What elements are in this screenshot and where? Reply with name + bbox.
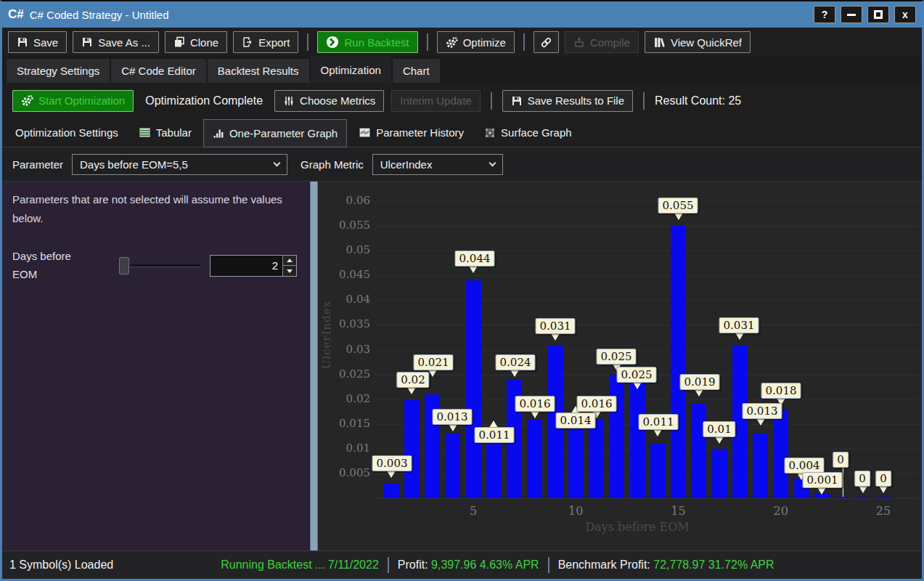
callout-pointer — [735, 333, 744, 340]
parameter-label: Parameter — [12, 158, 63, 171]
subtab-one-parameter-graph[interactable]: One-Parameter Graph — [203, 119, 347, 147]
surface-grid-icon — [484, 127, 496, 139]
spinner-up-button[interactable] — [283, 256, 296, 266]
gridline — [376, 325, 919, 325]
compile-icon — [573, 36, 585, 48]
callout-pointer — [551, 333, 560, 341]
minimize-button[interactable] — [841, 6, 862, 23]
data-label-callout: 0.031 — [536, 318, 576, 334]
data-label-callout: 0.031 — [719, 317, 759, 333]
export-button[interactable]: Export — [233, 31, 298, 53]
maximize-button[interactable] — [867, 6, 889, 23]
data-label-callout: 0.025 — [597, 349, 637, 365]
bar — [855, 497, 870, 498]
toolbar-separator — [523, 33, 525, 51]
y-axis-tick-label: 0.045 — [328, 268, 370, 281]
bar — [671, 226, 686, 498]
parameter-dropdown[interactable]: Days before EOM=5,5 — [72, 154, 287, 175]
bar — [527, 419, 542, 498]
parameter-slider[interactable] — [119, 256, 200, 275]
spinner — [282, 256, 296, 276]
y-axis-tick-label: 0.025 — [328, 367, 370, 381]
start-optimization-button[interactable]: Start Optimization — [12, 90, 134, 112]
graph-metric-label: Graph Metric — [300, 158, 364, 171]
save-results-button[interactable]: Save Results to File — [502, 90, 633, 112]
subtab-tabular[interactable]: Tabular — [130, 121, 200, 145]
choose-metrics-button[interactable]: Choose Metrics — [274, 90, 384, 112]
tab-chart[interactable]: Chart — [393, 59, 440, 83]
save-as-button[interactable]: Save As ... — [73, 31, 159, 53]
parameter-value-input[interactable]: 2 — [210, 255, 297, 277]
tab-optimization[interactable]: Optimization — [311, 57, 391, 83]
gridline — [376, 350, 919, 351]
bar — [404, 399, 420, 498]
minimize-icon — [847, 14, 856, 16]
close-button[interactable]: x — [894, 6, 916, 23]
data-label-callout: 0.011 — [475, 427, 515, 443]
status-separator — [388, 557, 389, 573]
data-label-callout: 0.014 — [556, 413, 596, 428]
panel-splitter[interactable] — [310, 182, 318, 550]
data-label-callout: 0.011 — [639, 414, 679, 430]
app-window: C# C# Coded Strategy - Untitled ? x Save… — [0, 0, 924, 581]
y-axis-tick-label: 0.005 — [328, 466, 370, 479]
data-label-callout: 0.025 — [617, 367, 657, 383]
toolbar-separator — [307, 33, 308, 51]
data-label-callout: 0.016 — [577, 396, 617, 412]
run-backtest-button[interactable]: Run Backtest — [317, 31, 417, 53]
x-axis-tick-label: 20 — [774, 504, 788, 518]
parameter-value: 2 — [210, 256, 282, 276]
optimize-button[interactable]: Optimize — [437, 31, 515, 53]
tab-code-editor[interactable]: C# Code Editor — [111, 59, 206, 83]
compile-button: Compile — [565, 31, 639, 53]
link-button[interactable] — [533, 31, 559, 53]
data-label-callout: 0.019 — [680, 374, 720, 390]
export-icon — [242, 36, 253, 48]
status-separator — [548, 557, 549, 573]
data-label-callout: 0.024 — [496, 354, 536, 370]
arrow-down-icon — [287, 269, 293, 273]
save-as-icon — [81, 36, 93, 48]
data-label-callout: 0.02 — [396, 372, 429, 388]
status-bar: 1 Symbol(s) Loaded Running Backtest ... … — [2, 550, 922, 579]
save-icon — [511, 95, 523, 107]
gears-icon — [446, 36, 458, 49]
data-label-callout: 0.01 — [703, 421, 735, 437]
subtab-parameter-history[interactable]: Parameter History — [350, 121, 473, 145]
slider-thumb[interactable] — [119, 257, 129, 275]
callout-pointer — [653, 429, 662, 436]
clone-button[interactable]: Clone — [165, 31, 227, 53]
optimization-toolbar: Start Optimization Optimization Complete… — [2, 83, 922, 118]
y-axis-tick-label: 0.055 — [328, 219, 370, 232]
data-label-callout: 0.018 — [761, 383, 801, 399]
profit-value: 9,397.96 4.63% APR — [431, 558, 539, 572]
bar-chart-icon — [213, 127, 224, 139]
csharp-icon: C# — [8, 7, 24, 22]
one-parameter-graph: 0.0050.010.0150.020.0250.030.0350.040.04… — [318, 182, 922, 550]
chevron-down-icon — [488, 159, 496, 166]
y-axis-tick-label: 0.015 — [328, 417, 370, 430]
graph-metric-dropdown[interactable]: UlcerIndex — [372, 154, 503, 175]
view-quickref-button[interactable]: View QuickRef — [645, 31, 751, 53]
run-icon — [326, 36, 339, 49]
content-area: Parameters that are not selected will as… — [2, 182, 922, 550]
x-axis-tick-label: 5 — [470, 504, 477, 518]
spinner-down-button[interactable] — [283, 265, 296, 276]
data-label-callout: 0 — [833, 452, 849, 468]
bar — [650, 444, 666, 498]
data-label-callout: 0.055 — [658, 198, 698, 214]
profit-label: Profit: — [398, 558, 428, 572]
tab-backtest-results[interactable]: Backtest Results — [208, 59, 309, 83]
link-icon — [540, 36, 552, 49]
subtab-surface-graph[interactable]: Surface Graph — [475, 121, 581, 145]
callout-pointer — [531, 411, 539, 418]
bar — [589, 419, 604, 498]
tab-strategy-settings[interactable]: Strategy Settings — [7, 59, 110, 83]
gridline — [376, 300, 919, 301]
subtab-optimization-settings[interactable]: Optimization Settings — [7, 121, 127, 145]
benchmark-profit-value: 72,778.97 31.72% APR — [653, 558, 774, 572]
data-label-callout: 0.044 — [455, 251, 495, 267]
symbols-loaded: 1 Symbol(s) Loaded — [9, 558, 113, 572]
help-button[interactable]: ? — [814, 6, 835, 23]
save-button[interactable]: Save — [8, 31, 67, 53]
